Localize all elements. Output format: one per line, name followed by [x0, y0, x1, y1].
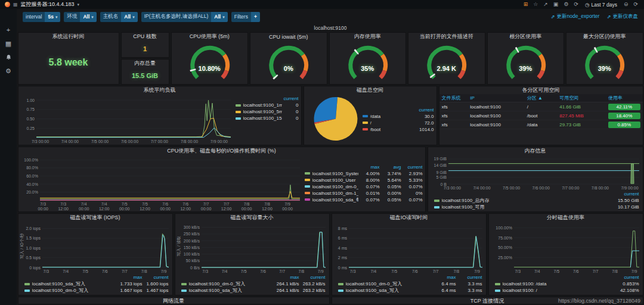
- settings-icon[interactable]: ⚙: [562, 2, 569, 7]
- cpu-io-chart[interactable]: 100.0%80.0%60.0%40.0%20.0%7/300:007/312:…: [18, 155, 304, 211]
- legend-col-max[interactable]: max: [116, 275, 143, 281]
- panel-title[interactable]: 内存总量: [122, 60, 169, 67]
- legend-col-max[interactable]: max: [430, 275, 456, 281]
- legend-item[interactable]: localhost:9100_sda_写入1.733 iops1.600 iop…: [24, 281, 169, 287]
- legend-item[interactable]: localhost:9100_5m0: [236, 108, 299, 115]
- series-value: 1014.0: [414, 127, 434, 132]
- legend-item[interactable]: localhost:9100_dm-0_写入6.4 ms3.3 ms: [338, 281, 482, 287]
- time-range-picker[interactable]: ◷ Last 7 days: [583, 2, 620, 8]
- legend-item[interactable]: localhost:9100_总内存15.50 GiB: [434, 197, 639, 204]
- share-icon[interactable]: ↗: [542, 2, 549, 7]
- legend-col-current[interactable]: current: [143, 275, 169, 281]
- grafana-logo[interactable]: [5, 2, 10, 7]
- legend-item[interactable]: /boot1014.0: [363, 126, 434, 133]
- legend-item[interactable]: localhost:9100_1m0: [236, 102, 299, 108]
- panel-title[interactable]: 磁盘读写容量大小: [175, 214, 329, 222]
- col-usage[interactable]: 使用率: [606, 94, 642, 102]
- disk-bytes-chart[interactable]: 300 kB/s250 kB/s200 kB/s150 kB/s100 kB/s…: [175, 222, 329, 275]
- panel-title[interactable]: 当前打开的文件描述符: [408, 33, 485, 41]
- dashboards-grid-icon[interactable]: ▦: [5, 41, 11, 47]
- var-env[interactable]: 环境 All▾: [64, 12, 96, 22]
- panel-title[interactable]: 系统平均负载: [18, 86, 301, 94]
- series-name: localhost:9100_dm-0_写入: [32, 287, 116, 294]
- cycle-view-icon[interactable]: ⟳: [572, 2, 580, 7]
- series-swatch: [24, 283, 30, 285]
- disk-io-time-chart[interactable]: 8 ms6 ms4 ms2 ms0 ms7/37/47/57/67/77/87/…: [332, 222, 486, 275]
- add-panel-icon[interactable]: ⊞: [522, 2, 530, 7]
- save-icon[interactable]: ▣: [552, 2, 560, 7]
- svg-text:7/4: 7/4: [63, 269, 69, 273]
- panel-title[interactable]: 内存信息: [428, 147, 643, 155]
- legend-item[interactable]: localhost:9100_dm-0_写入1.667 iops1.467 io…: [24, 287, 169, 294]
- panel-title[interactable]: 磁盘读写速率 (IOPS): [18, 214, 172, 222]
- disk-iops-chart[interactable]: 2.0 iops1.5 iops1.0 iops0.5 iops0 iops7/…: [18, 222, 172, 275]
- panel-title[interactable]: 磁盘总空间: [304, 86, 436, 94]
- var-hostname[interactable]: 主机名 All▾: [100, 12, 138, 22]
- col-available[interactable]: 可用空间: [557, 94, 606, 102]
- legend-col-current[interactable]: current: [299, 275, 326, 281]
- legend-item[interactable]: localhost:9100_dm-1_每秒I/O操作%0.01%0.00%0%: [305, 190, 423, 197]
- legend-col-current[interactable]: current: [613, 275, 639, 281]
- legend-col-max[interactable]: max: [273, 275, 299, 281]
- legend-item[interactable]: /72.0: [363, 120, 434, 126]
- system-load-chart[interactable]: 1.000.750.500.257/3 00:007/4 00:007/5 00…: [18, 94, 234, 145]
- legend-item[interactable]: localhost:9100_可用10.17 GiB: [434, 204, 639, 210]
- legend-col-current[interactable]: current: [414, 107, 434, 113]
- legend-item[interactable]: localhost:9100_dm-0_写入264.1 kB/s263.2 kB…: [181, 281, 326, 287]
- legend-item[interactable]: localhost:9100_sda_每秒I/O操作%0.07%0.05%0.0…: [305, 197, 423, 203]
- legend-col-current[interactable]: current: [282, 96, 299, 102]
- legend-col-current[interactable]: current: [456, 275, 482, 281]
- add-filter-button[interactable]: +: [251, 12, 260, 22]
- cell-partition: /: [525, 102, 558, 111]
- chevron-down-icon[interactable]: ▾: [78, 2, 80, 7]
- col-ip[interactable]: IP: [467, 94, 524, 102]
- legend-item[interactable]: localhost:9100: /42.108%: [495, 287, 639, 294]
- var-ip[interactable]: IP(主机名多选时,请选择ALL) All▾: [141, 12, 228, 22]
- panel-title[interactable]: 最大分区(/)使用率: [566, 33, 643, 41]
- create-plus-icon[interactable]: +: [7, 27, 10, 33]
- legend-item[interactable]: localhost:9100: /data0.853%: [495, 281, 639, 287]
- legend-col-current[interactable]: current: [608, 191, 639, 197]
- link-update-dashboard[interactable]: ⇗更新仪表盘: [606, 13, 638, 20]
- col-partition[interactable]: 分区 ▲: [525, 94, 558, 102]
- link-update-node-exporter[interactable]: ⇗更新node_exporter: [550, 13, 599, 20]
- panel-title[interactable]: 分时磁盘使用率: [489, 214, 643, 222]
- svg-text:7/3 00:00: 7/3 00:00: [443, 186, 460, 190]
- disk-usage-time-chart[interactable]: 100.00%75.00%50.00%25.00%7/37/47/57/67/7…: [489, 222, 643, 275]
- filters-chip[interactable]: Filters +: [231, 12, 260, 22]
- panel-row-cpu-mem: CPU使用率、磁盘每秒的I/O操作耗费时间 (%) 100.0%80.0%60.…: [17, 146, 644, 213]
- star-icon[interactable]: ☆: [532, 2, 539, 7]
- row-title[interactable]: localhost:9100: [17, 24, 644, 32]
- legend-item[interactable]: localhost:9100_15m0: [236, 115, 299, 122]
- panel-title[interactable]: 各分区可用空间: [439, 86, 643, 94]
- panel-title[interactable]: CPU使用率 (5m): [172, 33, 248, 41]
- legend-item[interactable]: localhost:9100_dm-0_每秒I/O操作%0.07%0.05%0.…: [305, 183, 423, 190]
- legend-item[interactable]: localhost:9100_System4.00%3.74%2.93%: [305, 170, 423, 177]
- alerting-bell-icon[interactable]: [5, 54, 12, 61]
- panel-title[interactable]: CPU 核数: [122, 33, 169, 41]
- legend-item[interactable]: localhost:9100_User8.00%5.64%5.33%: [305, 177, 423, 183]
- memory-chart[interactable]: 19 GiB14 GiB9 GiB5 GiB0 B7/3 00:007/4 00…: [428, 155, 643, 191]
- refresh-icon[interactable]: ⟳: [632, 2, 639, 7]
- var-interval[interactable]: interval 5s▾: [23, 12, 60, 22]
- legend-col-current[interactable]: current: [401, 164, 423, 170]
- col-filesystem[interactable]: 文件系统: [439, 94, 468, 102]
- panel-title[interactable]: CPU iowait (5m): [250, 33, 327, 41]
- panel-title[interactable]: 系统运行时间: [18, 33, 119, 41]
- panel-title[interactable]: 内存使用率: [330, 33, 406, 41]
- panel-title[interactable]: 网络流量: [18, 297, 329, 305]
- legend-col-max[interactable]: max: [358, 164, 380, 170]
- series-current: 5.33%: [401, 178, 423, 183]
- legend-item[interactable]: localhost:9100_sda_写入264.1 kB/s263.2 kB/…: [181, 287, 326, 294]
- configuration-gear-icon[interactable]: ⚙: [5, 68, 11, 74]
- legend-item[interactable]: localhost:9100_sda_写入6.4 ms3.3 ms: [338, 287, 482, 294]
- var-label: 主机名: [100, 12, 122, 22]
- panel-title[interactable]: 根分区使用率: [488, 33, 564, 41]
- legend-col-avg[interactable]: avg: [380, 164, 401, 170]
- disk-space-pie-chart[interactable]: [310, 96, 361, 142]
- zoom-out-icon[interactable]: ⊖: [623, 2, 630, 7]
- legend-item[interactable]: /data30.0: [363, 113, 434, 120]
- panel-title[interactable]: CPU使用率、磁盘每秒的I/O操作耗费时间 (%): [18, 147, 425, 155]
- dashboard-title[interactable]: 监控服务器:10.4.4.183: [21, 1, 75, 8]
- panel-title[interactable]: 磁盘IO读写时间: [332, 214, 486, 222]
